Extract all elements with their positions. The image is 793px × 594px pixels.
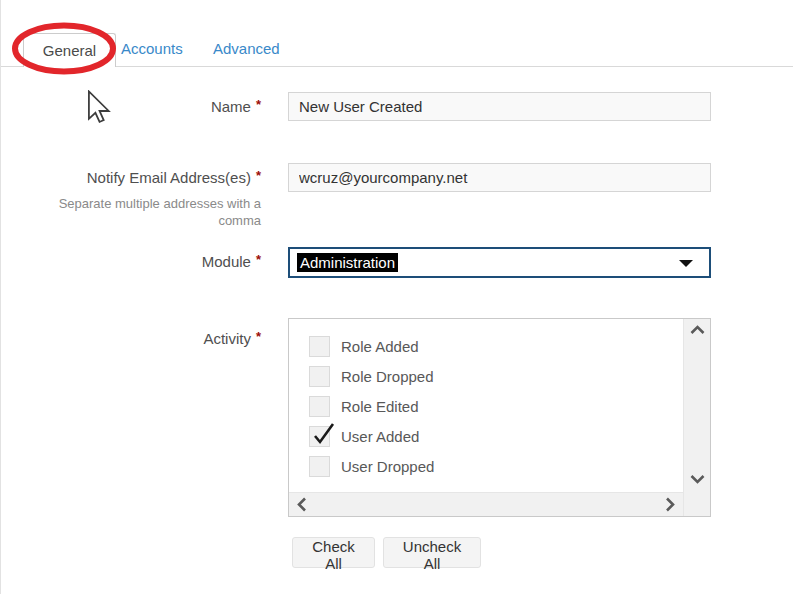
required-asterisk: *: [256, 168, 261, 183]
required-asterisk: *: [256, 97, 261, 112]
module-label: Module*: [1, 253, 261, 270]
notify-email-helper: Separate multiple addresses with a comma: [1, 195, 261, 229]
tab-accounts[interactable]: Accounts: [121, 40, 183, 57]
chevron-down-icon[interactable]: [690, 474, 705, 484]
module-label-text: Module: [202, 253, 251, 270]
checkbox[interactable]: [309, 336, 330, 357]
activity-option-role-added[interactable]: Role Added: [289, 331, 683, 361]
activity-label: Activity*: [1, 330, 261, 347]
notify-email-input[interactable]: [288, 163, 711, 192]
helper-line-2: comma: [1, 212, 261, 229]
notify-email-label-text: Notify Email Address(es): [87, 169, 251, 186]
chevron-up-icon[interactable]: [690, 325, 705, 335]
chevron-left-icon[interactable]: [297, 497, 307, 512]
module-select[interactable]: Administration: [288, 247, 711, 278]
notify-email-label: Notify Email Address(es)*: [1, 169, 261, 186]
activity-option-label: Role Dropped: [341, 368, 434, 385]
activity-option-role-edited[interactable]: Role Edited: [289, 391, 683, 421]
module-selected-value: Administration: [297, 253, 398, 272]
activity-option-role-dropped[interactable]: Role Dropped: [289, 361, 683, 391]
uncheck-all-button[interactable]: Uncheck All: [383, 537, 481, 568]
checkbox[interactable]: [309, 426, 330, 447]
helper-line-1: Separate multiple addresses with a: [1, 195, 261, 212]
chevron-right-icon[interactable]: [665, 497, 675, 512]
activity-option-label: Role Added: [341, 338, 419, 355]
activity-option-user-added[interactable]: User Added: [289, 421, 683, 451]
activity-option-user-dropped[interactable]: User Dropped: [289, 451, 683, 481]
activity-option-label: Role Edited: [341, 398, 419, 415]
activity-label-text: Activity: [203, 330, 251, 347]
activity-option-label: User Added: [341, 428, 419, 445]
name-label-text: Name: [211, 98, 251, 115]
activity-listbox: Role Added Role Dropped Role Edited User…: [288, 318, 711, 517]
tab-general[interactable]: General: [23, 33, 116, 67]
name-input[interactable]: [288, 92, 711, 121]
name-label: Name*: [1, 98, 261, 115]
checkbox[interactable]: [309, 366, 330, 387]
tabbar-divider: [1, 66, 793, 67]
required-asterisk: *: [256, 252, 261, 267]
checkbox[interactable]: [309, 456, 330, 477]
activity-list: Role Added Role Dropped Role Edited User…: [289, 319, 683, 492]
tab-advanced[interactable]: Advanced: [213, 40, 280, 57]
activity-option-label: User Dropped: [341, 458, 434, 475]
caret-down-icon: [679, 260, 693, 267]
vertical-scrollbar[interactable]: [683, 319, 710, 516]
check-all-button[interactable]: Check All: [292, 537, 375, 568]
horizontal-scrollbar[interactable]: [289, 492, 683, 516]
checkbox[interactable]: [309, 396, 330, 417]
check-icon: [311, 423, 335, 447]
notification-settings-panel: General Accounts Advanced Name* Notify E…: [0, 0, 793, 594]
required-asterisk: *: [256, 329, 261, 344]
